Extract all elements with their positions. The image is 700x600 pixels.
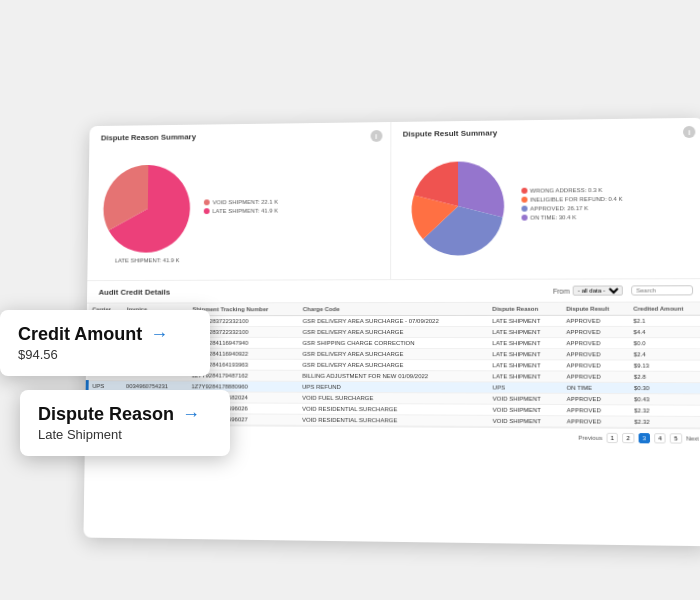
dispute-reason-info-icon[interactable]: i [370,130,382,142]
dispute-reason-pie-container: LATE SHIPMENT: 41.9 K VOID SHIPMENT: 22.… [99,143,378,272]
table-header-bar: Audit Credit Details From - all data - [87,279,700,303]
credit-amount-label: Credit Amount → [18,324,192,345]
col-charge[interactable]: Charge Code [299,303,489,316]
dispute-reason-pie-svg: LATE SHIPMENT: 41.9 K [99,150,197,268]
col-reason[interactable]: Dispute Reason [488,303,562,316]
credit-amount-value: $94.56 [18,347,192,362]
dispute-reason-card: Dispute Reason → Late Shipment [20,390,230,456]
dispute-result-chart: Dispute Result Summary i [391,118,700,279]
page-5[interactable]: 5 [670,433,682,443]
dispute-result-legend: WRONG ADDRESS: 0.3 K INELIGIBLE FOR REFU… [521,187,623,224]
dispute-result-pie-container: WRONG ADDRESS: 0.3 K INELIGIBLE FOR REFU… [403,139,693,271]
filter-control: From - all data - [553,285,623,295]
page-3[interactable]: 3 [638,433,650,443]
dispute-result-pie-svg [403,146,514,266]
pagination-prev[interactable]: Previous [578,435,602,441]
dispute-reason-label: Dispute Reason → [38,404,212,425]
dispute-reason-title: Dispute Reason Summary [101,130,378,142]
from-label: From [553,287,570,294]
page-1[interactable]: 1 [606,433,618,443]
dispute-reason-arrow: → [182,404,200,425]
page-2[interactable]: 2 [622,433,634,443]
audit-title: Audit Credit Details [99,287,171,296]
svg-text:LATE SHIPMENT: 41.9 K: LATE SHIPMENT: 41.9 K [115,257,180,263]
page-4[interactable]: 4 [654,433,666,443]
pagination-next[interactable]: Next [686,435,699,441]
dispute-reason-legend: VOID SHIPMENT: 22.1 K LATE SHIPMENT: 41.… [204,199,279,217]
table-controls: From - all data - [553,285,693,295]
credit-amount-arrow: → [150,324,168,345]
charts-row: Dispute Reason Summary i LATE SHIPMENT: … [87,118,700,281]
col-credited[interactable]: Credited Amount [629,302,700,315]
credit-amount-card: Credit Amount → $94.56 [0,310,210,376]
search-input[interactable] [631,285,693,295]
from-select[interactable]: - all data - [573,285,623,295]
col-result[interactable]: Dispute Result [562,303,629,316]
dispute-reason-value: Late Shipment [38,427,212,442]
dispute-reason-chart: Dispute Reason Summary i LATE SHIPMENT: … [87,122,391,280]
dispute-result-info-icon[interactable]: i [683,126,695,138]
dispute-result-title: Dispute Result Summary [403,126,692,139]
